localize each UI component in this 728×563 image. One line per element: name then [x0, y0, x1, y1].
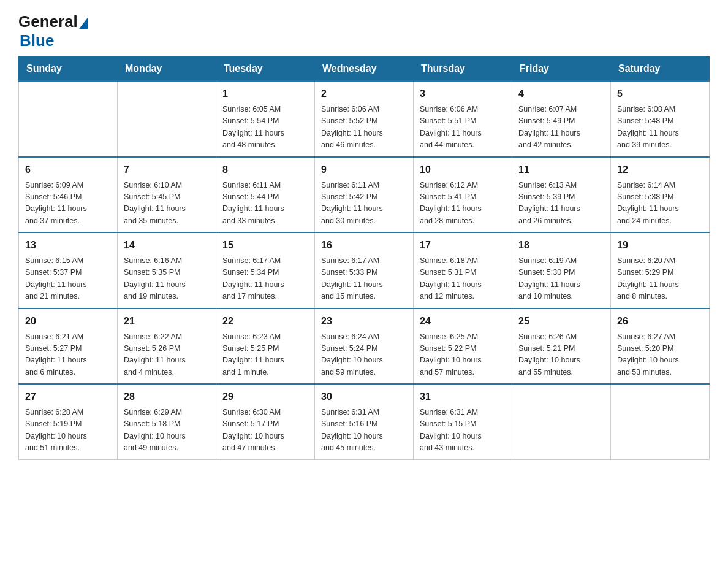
- calendar-cell: 25Sunrise: 6:26 AM Sunset: 5:21 PM Dayli…: [512, 308, 611, 385]
- day-number: 28: [124, 389, 210, 404]
- day-number: 3: [420, 86, 506, 101]
- calendar-week-3: 13Sunrise: 6:15 AM Sunset: 5:37 PM Dayli…: [19, 232, 710, 308]
- day-number: 26: [617, 314, 703, 329]
- calendar-week-1: 1Sunrise: 6:05 AM Sunset: 5:54 PM Daylig…: [19, 81, 710, 157]
- calendar-cell: 23Sunrise: 6:24 AM Sunset: 5:24 PM Dayli…: [315, 308, 414, 385]
- calendar-cell: 15Sunrise: 6:17 AM Sunset: 5:34 PM Dayli…: [216, 232, 315, 308]
- day-number: 5: [617, 86, 703, 101]
- day-number: 18: [518, 238, 604, 253]
- day-number: 23: [321, 314, 407, 329]
- day-number: 25: [518, 314, 604, 329]
- day-info: Sunrise: 6:25 AM Sunset: 5:22 PM Dayligh…: [420, 331, 506, 379]
- calendar-cell: 18Sunrise: 6:19 AM Sunset: 5:30 PM Dayli…: [512, 232, 611, 308]
- column-header-monday: Monday: [118, 57, 216, 82]
- column-header-sunday: Sunday: [19, 57, 118, 82]
- calendar-cell: [611, 384, 710, 459]
- day-info: Sunrise: 6:31 AM Sunset: 5:16 PM Dayligh…: [321, 407, 407, 454]
- calendar-cell: [118, 81, 216, 157]
- logo: General Blue: [18, 12, 89, 50]
- day-info: Sunrise: 6:05 AM Sunset: 5:54 PM Dayligh…: [222, 104, 308, 151]
- day-number: 15: [222, 238, 308, 253]
- day-number: 6: [25, 163, 111, 177]
- calendar-cell: 27Sunrise: 6:28 AM Sunset: 5:19 PM Dayli…: [19, 384, 118, 459]
- day-info: Sunrise: 6:20 AM Sunset: 5:29 PM Dayligh…: [617, 255, 703, 303]
- page-header: General Blue: [18, 12, 710, 50]
- calendar-header-row: SundayMondayTuesdayWednesdayThursdayFrid…: [19, 57, 710, 82]
- calendar-cell: 16Sunrise: 6:17 AM Sunset: 5:33 PM Dayli…: [315, 232, 414, 308]
- calendar-cell: 9Sunrise: 6:11 AM Sunset: 5:42 PM Daylig…: [315, 157, 414, 233]
- day-number: 27: [25, 389, 111, 404]
- calendar-cell: 3Sunrise: 6:06 AM Sunset: 5:51 PM Daylig…: [414, 81, 512, 157]
- day-info: Sunrise: 6:06 AM Sunset: 5:52 PM Dayligh…: [321, 104, 407, 151]
- calendar-cell: 31Sunrise: 6:31 AM Sunset: 5:15 PM Dayli…: [414, 384, 512, 459]
- calendar-cell: 11Sunrise: 6:13 AM Sunset: 5:39 PM Dayli…: [512, 157, 611, 233]
- calendar-cell: [19, 81, 118, 157]
- day-info: Sunrise: 6:08 AM Sunset: 5:48 PM Dayligh…: [617, 104, 703, 151]
- day-number: 19: [617, 238, 703, 253]
- calendar-cell: 17Sunrise: 6:18 AM Sunset: 5:31 PM Dayli…: [414, 232, 512, 308]
- day-number: 10: [420, 163, 506, 177]
- day-info: Sunrise: 6:15 AM Sunset: 5:37 PM Dayligh…: [25, 255, 111, 303]
- day-info: Sunrise: 6:07 AM Sunset: 5:49 PM Dayligh…: [518, 104, 604, 151]
- day-info: Sunrise: 6:16 AM Sunset: 5:35 PM Dayligh…: [124, 255, 210, 303]
- day-info: Sunrise: 6:21 AM Sunset: 5:27 PM Dayligh…: [25, 331, 111, 379]
- day-number: 29: [222, 389, 308, 404]
- day-number: 1: [222, 86, 308, 101]
- calendar-week-2: 6Sunrise: 6:09 AM Sunset: 5:46 PM Daylig…: [19, 157, 710, 233]
- day-number: 30: [321, 389, 407, 404]
- day-number: 14: [124, 238, 210, 253]
- calendar-cell: 14Sunrise: 6:16 AM Sunset: 5:35 PM Dayli…: [118, 232, 216, 308]
- day-info: Sunrise: 6:28 AM Sunset: 5:19 PM Dayligh…: [25, 407, 111, 454]
- calendar-table: SundayMondayTuesdayWednesdayThursdayFrid…: [18, 56, 710, 460]
- day-info: Sunrise: 6:18 AM Sunset: 5:31 PM Dayligh…: [420, 255, 506, 303]
- day-number: 2: [321, 86, 407, 101]
- day-info: Sunrise: 6:19 AM Sunset: 5:30 PM Dayligh…: [518, 255, 604, 303]
- calendar-cell: 1Sunrise: 6:05 AM Sunset: 5:54 PM Daylig…: [216, 81, 315, 157]
- day-number: 4: [518, 86, 604, 101]
- calendar-cell: 19Sunrise: 6:20 AM Sunset: 5:29 PM Dayli…: [611, 232, 710, 308]
- day-number: 9: [321, 163, 407, 177]
- calendar-cell: 30Sunrise: 6:31 AM Sunset: 5:16 PM Dayli…: [315, 384, 414, 459]
- calendar-week-5: 27Sunrise: 6:28 AM Sunset: 5:19 PM Dayli…: [19, 384, 710, 459]
- day-info: Sunrise: 6:30 AM Sunset: 5:17 PM Dayligh…: [222, 407, 308, 454]
- logo-blue-text: Blue: [20, 31, 54, 50]
- day-info: Sunrise: 6:26 AM Sunset: 5:21 PM Dayligh…: [518, 331, 604, 379]
- day-number: 20: [25, 314, 111, 329]
- calendar-cell: 20Sunrise: 6:21 AM Sunset: 5:27 PM Dayli…: [19, 308, 118, 385]
- day-number: 21: [124, 314, 210, 329]
- day-info: Sunrise: 6:31 AM Sunset: 5:15 PM Dayligh…: [420, 407, 506, 454]
- calendar-cell: 21Sunrise: 6:22 AM Sunset: 5:26 PM Dayli…: [118, 308, 216, 385]
- calendar-cell: 4Sunrise: 6:07 AM Sunset: 5:49 PM Daylig…: [512, 81, 611, 157]
- calendar-cell: 28Sunrise: 6:29 AM Sunset: 5:18 PM Dayli…: [118, 384, 216, 459]
- day-info: Sunrise: 6:12 AM Sunset: 5:41 PM Dayligh…: [420, 180, 506, 228]
- logo-general-text: General: [18, 12, 78, 31]
- day-info: Sunrise: 6:22 AM Sunset: 5:26 PM Dayligh…: [124, 331, 210, 379]
- calendar-week-4: 20Sunrise: 6:21 AM Sunset: 5:27 PM Dayli…: [19, 308, 710, 385]
- calendar-cell: 22Sunrise: 6:23 AM Sunset: 5:25 PM Dayli…: [216, 308, 315, 385]
- day-info: Sunrise: 6:24 AM Sunset: 5:24 PM Dayligh…: [321, 331, 407, 379]
- calendar-cell: 12Sunrise: 6:14 AM Sunset: 5:38 PM Dayli…: [611, 157, 710, 233]
- column-header-saturday: Saturday: [611, 57, 710, 82]
- day-number: 22: [222, 314, 308, 329]
- calendar-cell: 6Sunrise: 6:09 AM Sunset: 5:46 PM Daylig…: [19, 157, 118, 233]
- day-number: 11: [518, 163, 604, 177]
- day-info: Sunrise: 6:06 AM Sunset: 5:51 PM Dayligh…: [420, 104, 506, 151]
- day-info: Sunrise: 6:11 AM Sunset: 5:42 PM Dayligh…: [321, 180, 407, 228]
- calendar-cell: 13Sunrise: 6:15 AM Sunset: 5:37 PM Dayli…: [19, 232, 118, 308]
- column-header-tuesday: Tuesday: [216, 57, 315, 82]
- day-info: Sunrise: 6:11 AM Sunset: 5:44 PM Dayligh…: [222, 180, 308, 228]
- column-header-friday: Friday: [512, 57, 611, 82]
- calendar-cell: 29Sunrise: 6:30 AM Sunset: 5:17 PM Dayli…: [216, 384, 315, 459]
- day-info: Sunrise: 6:14 AM Sunset: 5:38 PM Dayligh…: [617, 180, 703, 228]
- day-info: Sunrise: 6:09 AM Sunset: 5:46 PM Dayligh…: [25, 180, 111, 228]
- calendar-cell: 2Sunrise: 6:06 AM Sunset: 5:52 PM Daylig…: [315, 81, 414, 157]
- day-info: Sunrise: 6:17 AM Sunset: 5:34 PM Dayligh…: [222, 255, 308, 303]
- logo-triangle-icon: [79, 18, 88, 29]
- day-number: 12: [617, 163, 703, 177]
- day-number: 7: [124, 163, 210, 177]
- calendar-cell: [512, 384, 611, 459]
- day-info: Sunrise: 6:13 AM Sunset: 5:39 PM Dayligh…: [518, 180, 604, 228]
- calendar-cell: 10Sunrise: 6:12 AM Sunset: 5:41 PM Dayli…: [414, 157, 512, 233]
- calendar-cell: 24Sunrise: 6:25 AM Sunset: 5:22 PM Dayli…: [414, 308, 512, 385]
- day-info: Sunrise: 6:10 AM Sunset: 5:45 PM Dayligh…: [124, 180, 210, 228]
